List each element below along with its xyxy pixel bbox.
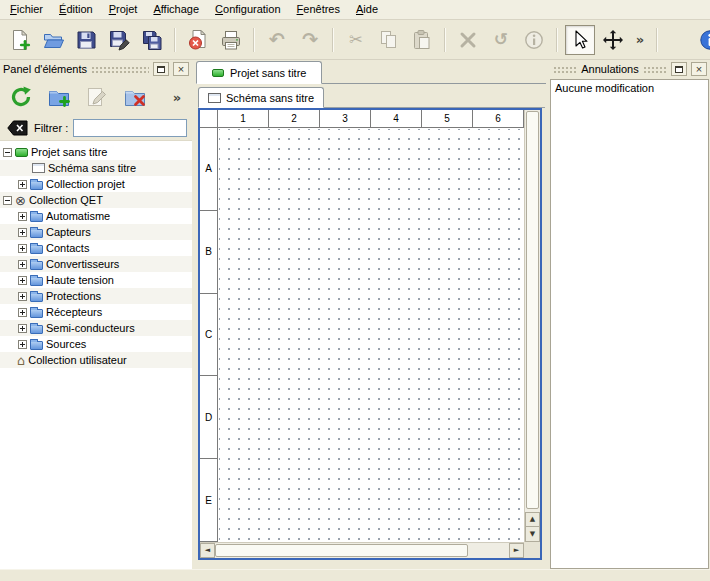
edit-element-button[interactable]: [83, 83, 111, 111]
tree-item-recepteurs[interactable]: Récepteurs: [0, 304, 192, 320]
folder-icon: [30, 277, 43, 286]
expander-minus-icon[interactable]: [3, 148, 12, 157]
panel-overflow-button[interactable]: »: [169, 83, 185, 111]
horizontal-scrollbar[interactable]: ◄ ►: [200, 542, 524, 558]
schema-tab[interactable]: Schéma sans titre: [198, 87, 324, 108]
tree-item-convertisseurs[interactable]: Convertisseurs: [0, 256, 192, 272]
elements-tree[interactable]: Projet sans titreSchéma sans titreCollec…: [0, 140, 192, 569]
ruler-column-label: 1: [218, 110, 269, 127]
new-element-icon: [47, 85, 71, 109]
scroll-right-button[interactable]: ►: [509, 543, 524, 558]
expander-plus-icon[interactable]: [18, 180, 27, 189]
folder-icon: [30, 325, 43, 334]
expander-plus-icon[interactable]: [18, 228, 27, 237]
menu-item-configuration[interactable]: Configuration: [207, 0, 288, 19]
dock-drag-handle[interactable]: [643, 66, 667, 73]
expander-plus-icon[interactable]: [18, 308, 27, 317]
info-gray-icon: [523, 29, 545, 51]
tree-item-collection-utilisateur[interactable]: ⌂Collection utilisateur: [0, 352, 192, 368]
new-element-button[interactable]: [45, 83, 73, 111]
tree-item-collection-projet[interactable]: Collection projet: [0, 176, 192, 192]
menu-item-projet[interactable]: Projet: [101, 0, 146, 19]
undo-history-list[interactable]: Aucune modification: [550, 79, 709, 569]
new-document-button[interactable]: [5, 25, 35, 55]
diagram-canvas[interactable]: [219, 129, 524, 542]
scrollbar-corner: [524, 542, 540, 558]
expander-plus-icon[interactable]: [18, 244, 27, 253]
about-qet-button[interactable]: [695, 25, 710, 55]
scroll-down-button[interactable]: ▼: [525, 527, 540, 542]
reload-collections-button[interactable]: [7, 83, 35, 111]
menu-item-fenetres[interactable]: Fenêtres: [289, 0, 348, 19]
left-arrow-icon: ◄: [205, 547, 210, 554]
schema-icon: [208, 93, 221, 103]
tree-item-contacts[interactable]: Contacts: [0, 240, 192, 256]
horizontal-scrollbar-track[interactable]: [215, 543, 509, 558]
folder-icon: [30, 181, 43, 190]
dock-drag-handle[interactable]: [91, 66, 149, 73]
tree-item-label: Convertisseurs: [46, 258, 122, 270]
dock-close-button[interactable]: ×: [173, 62, 189, 76]
clear-filter-button[interactable]: [5, 119, 29, 137]
vertical-scrollbar-thumb[interactable]: [526, 111, 539, 509]
save-as-button[interactable]: [104, 25, 134, 55]
tree-item-projet-sans-titre[interactable]: Projet sans titre: [0, 144, 192, 160]
dock-drag-handle[interactable]: [553, 66, 577, 73]
info-blue-icon: [699, 29, 710, 51]
ruler-row-label: A: [200, 128, 217, 211]
tree-item-collection-qet[interactable]: ⊗Collection QET: [0, 192, 192, 208]
menu-item-aide[interactable]: Aide: [348, 0, 386, 19]
dock-float-button[interactable]: [671, 62, 687, 76]
redo-button[interactable]: ↷: [295, 25, 325, 55]
expander-plus-icon[interactable]: [18, 260, 27, 269]
close-file-button[interactable]: [183, 25, 213, 55]
tree-item-semi-conducteurs[interactable]: Semi-conducteurs: [0, 320, 192, 336]
vertical-scrollbar[interactable]: ▲ ▼: [524, 110, 540, 542]
undo-button[interactable]: ↶: [262, 25, 292, 55]
save-button[interactable]: [71, 25, 101, 55]
vertical-scrollbar-buttons: ▲ ▼: [525, 512, 540, 542]
save-all-button[interactable]: [137, 25, 167, 55]
move-tool-button[interactable]: [598, 25, 628, 55]
rotate-button[interactable]: ↺: [486, 25, 516, 55]
delete-button[interactable]: [453, 25, 483, 55]
copy-icon: [378, 29, 400, 51]
project-tab[interactable]: Projet sans titre: [196, 61, 322, 84]
undo-panel-titlebar[interactable]: Annulations ×: [550, 60, 710, 78]
copy-button[interactable]: [374, 25, 404, 55]
dock-close-button[interactable]: ×: [691, 62, 707, 76]
tree-item-automatisme[interactable]: Automatisme: [0, 208, 192, 224]
print-button[interactable]: [216, 25, 246, 55]
clipboard-icon: [411, 29, 433, 51]
open-document-button[interactable]: [38, 25, 68, 55]
dock-float-button[interactable]: [153, 62, 169, 76]
right-arrow-icon: ►: [514, 547, 519, 554]
expander-plus-icon[interactable]: [18, 324, 27, 333]
expander-minus-icon[interactable]: [3, 196, 12, 205]
horizontal-scrollbar-thumb[interactable]: [215, 544, 468, 557]
menu-item-edition[interactable]: Édition: [51, 0, 101, 19]
tree-item-schema-sans-titre[interactable]: Schéma sans titre: [0, 160, 192, 176]
tree-item-capteurs[interactable]: Capteurs: [0, 224, 192, 240]
scroll-left-button[interactable]: ◄: [200, 543, 215, 558]
menu-item-fichier[interactable]: Fichier: [2, 0, 51, 19]
tree-item-sources[interactable]: Sources: [0, 336, 192, 352]
expander-plus-icon[interactable]: [18, 212, 27, 221]
toolbar-overflow-button[interactable]: »: [631, 25, 649, 55]
project-icon: [212, 69, 224, 77]
elements-panel-titlebar[interactable]: Panel d'éléments ×: [0, 60, 192, 78]
expander-plus-icon[interactable]: [18, 292, 27, 301]
scroll-up-button[interactable]: ▲: [525, 512, 540, 527]
paste-button[interactable]: [407, 25, 437, 55]
tree-item-protections[interactable]: Protections: [0, 288, 192, 304]
expander-plus-icon[interactable]: [18, 340, 27, 349]
info-button[interactable]: [519, 25, 549, 55]
delete-element-button[interactable]: [121, 83, 149, 111]
cut-button[interactable]: ✂: [341, 25, 371, 55]
pencil-icon: [85, 85, 109, 109]
menu-item-affichage[interactable]: Affichage: [145, 0, 207, 19]
select-tool-button[interactable]: [565, 25, 595, 55]
filter-input[interactable]: [73, 119, 187, 137]
tree-item-haute-tension[interactable]: Haute tension: [0, 272, 192, 288]
expander-plus-icon[interactable]: [18, 276, 27, 285]
